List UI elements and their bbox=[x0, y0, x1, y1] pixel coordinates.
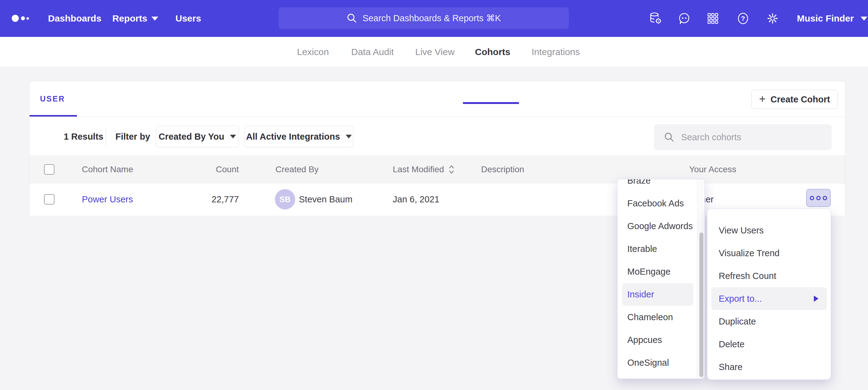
scrollbar-thumb[interactable] bbox=[699, 232, 703, 377]
menu-item-share-label: Share bbox=[719, 362, 742, 372]
settings-icon[interactable] bbox=[766, 0, 780, 37]
nav-reports[interactable]: Reports bbox=[112, 0, 158, 37]
section-tabbar: Lexicon Data Audit Live View Cohorts Int… bbox=[0, 37, 868, 67]
avatar-initials: SB bbox=[279, 195, 290, 204]
nav-users[interactable]: Users bbox=[176, 0, 201, 37]
row-checkbox[interactable] bbox=[44, 194, 55, 204]
tab-user-cohorts[interactable]: USER bbox=[40, 81, 65, 117]
chevron-down-icon bbox=[151, 17, 158, 21]
tab-live-view-label: Live View bbox=[415, 47, 455, 57]
database-gear-glyph bbox=[648, 11, 662, 26]
tab-data-audit-label: Data Audit bbox=[351, 47, 394, 57]
table-header: Cohort Name Count Created By Last Modifi… bbox=[30, 156, 845, 183]
menu-item-moengage[interactable]: MoEngage bbox=[617, 260, 697, 283]
chevron-down-icon bbox=[346, 135, 352, 138]
feedback-icon[interactable] bbox=[677, 0, 691, 37]
context-menu-list: View Users Visualize Trend Refresh Count… bbox=[707, 219, 831, 378]
more-dots-icon bbox=[816, 196, 820, 200]
created-by-filter-dropdown[interactable]: Created By You bbox=[156, 126, 239, 147]
more-dots-icon bbox=[823, 196, 827, 200]
export-destinations-submenu: Braze Facebook Ads Google Adwords Iterab… bbox=[617, 179, 705, 379]
menu-item-delete-label: Delete bbox=[719, 339, 745, 349]
created-by-value: Steven Baum bbox=[299, 194, 352, 204]
col-last-modified-sort[interactable]: Last Modified bbox=[393, 156, 455, 183]
menu-item-facebook-ads[interactable]: Facebook Ads bbox=[617, 192, 697, 215]
gear-glyph bbox=[766, 11, 780, 26]
submenu-scroll-viewport: Braze Facebook Ads Google Adwords Iterab… bbox=[617, 179, 697, 379]
menu-item-appcues[interactable]: Appcues bbox=[617, 328, 697, 351]
col-cohort-name-label: Cohort Name bbox=[82, 165, 133, 174]
menu-item-iterable[interactable]: Iterable bbox=[617, 237, 697, 260]
more-dots-icon bbox=[810, 196, 814, 200]
menu-item-share[interactable]: Share bbox=[707, 356, 831, 378]
global-search-input[interactable]: Search Dashboards & Reports ⌘K bbox=[279, 7, 569, 29]
cohort-search-box bbox=[654, 124, 832, 150]
results-count-label: 1 Results bbox=[64, 132, 103, 142]
logo-dot-large bbox=[12, 15, 19, 22]
feedback-bubble-glyph bbox=[678, 12, 691, 25]
cohort-search-input[interactable] bbox=[681, 132, 811, 143]
count-cell: 22,777 bbox=[185, 183, 239, 216]
tab-lexicon[interactable]: Lexicon bbox=[297, 37, 329, 67]
search-icon bbox=[664, 132, 674, 142]
tab-integrations-label: Integrations bbox=[532, 47, 580, 57]
nav-dashboards-label: Dashboards bbox=[48, 13, 101, 24]
avatar: SB bbox=[275, 189, 295, 209]
cohort-actions-menu: View Users Visualize Trend Refresh Count… bbox=[707, 208, 831, 380]
menu-item-export-to-label: Export to... bbox=[719, 294, 762, 304]
create-cohort-label: Create Cohort bbox=[770, 94, 830, 105]
logo-dot-small bbox=[27, 17, 29, 20]
tab-live-view[interactable]: Live View bbox=[415, 37, 455, 67]
nav-reports-label: Reports bbox=[112, 13, 147, 24]
col-count-label: Count bbox=[216, 165, 239, 174]
tab-data-audit[interactable]: Data Audit bbox=[351, 37, 394, 67]
menu-item-braze[interactable]: Braze bbox=[617, 179, 697, 192]
tab-cohorts[interactable]: Cohorts bbox=[475, 37, 510, 67]
select-all-checkbox[interactable] bbox=[44, 164, 55, 175]
question-glyph: ? bbox=[736, 11, 750, 26]
cohort-name-cell: Power Users bbox=[82, 183, 133, 216]
create-cohort-button[interactable]: + Create Cohort bbox=[751, 90, 838, 109]
integrations-filter-dropdown[interactable]: All Active Integrations bbox=[244, 126, 353, 147]
tab-integrations[interactable]: Integrations bbox=[532, 37, 580, 67]
menu-item-onesignal[interactable]: OneSignal bbox=[617, 351, 697, 374]
col-created-by-label: Created By bbox=[276, 165, 318, 174]
tab-lexicon-label: Lexicon bbox=[297, 47, 329, 57]
col-last-modified-label: Last Modified bbox=[393, 165, 444, 174]
nav-dashboards[interactable]: Dashboards bbox=[48, 0, 101, 37]
col-created-by: Created By bbox=[276, 156, 318, 183]
data-management-icon[interactable] bbox=[648, 0, 662, 37]
search-icon bbox=[347, 13, 357, 23]
menu-item-visualize-trend[interactable]: Visualize Trend bbox=[707, 242, 831, 264]
plus-icon: + bbox=[759, 94, 766, 105]
menu-item-refresh-count[interactable]: Refresh Count bbox=[707, 264, 831, 287]
grid-glyph bbox=[706, 12, 720, 25]
tab-cohorts-label: Cohorts bbox=[475, 47, 510, 57]
integrations-filter-label: All Active Integrations bbox=[246, 132, 340, 142]
sort-icon bbox=[448, 164, 455, 175]
cohort-name-link[interactable]: Power Users bbox=[82, 194, 133, 204]
menu-item-view-users[interactable]: View Users bbox=[707, 219, 831, 242]
results-count: 1 Results bbox=[64, 126, 103, 147]
menu-item-duplicate[interactable]: Duplicate bbox=[707, 310, 831, 333]
apps-grid-icon[interactable] bbox=[706, 0, 720, 37]
chevron-down-icon bbox=[230, 135, 236, 138]
project-switcher[interactable]: Music Finder bbox=[797, 0, 867, 37]
mixpanel-logo-icon[interactable] bbox=[12, 15, 30, 22]
menu-item-export-to[interactable]: Export to... bbox=[711, 287, 827, 310]
menu-item-chameleon[interactable]: Chameleon bbox=[617, 306, 697, 328]
tab-user-label: USER bbox=[40, 94, 65, 103]
menu-item-delete[interactable]: Delete bbox=[707, 333, 831, 356]
user-tab-underline bbox=[30, 115, 77, 117]
row-more-actions-button[interactable] bbox=[806, 189, 831, 207]
created-by-filter-label: Created By You bbox=[158, 132, 224, 142]
menu-item-insider[interactable]: Insider bbox=[622, 283, 693, 306]
last-modified-value: Jan 6, 2021 bbox=[393, 194, 439, 204]
filter-by-label: Filter by bbox=[116, 126, 150, 147]
col-count: Count bbox=[185, 156, 239, 183]
col-description: Description bbox=[481, 156, 524, 183]
chevron-down-icon bbox=[861, 17, 867, 21]
menu-item-google-adwords[interactable]: Google Adwords bbox=[617, 215, 697, 237]
help-icon[interactable]: ? bbox=[736, 0, 750, 37]
project-name: Music Finder bbox=[797, 13, 854, 24]
